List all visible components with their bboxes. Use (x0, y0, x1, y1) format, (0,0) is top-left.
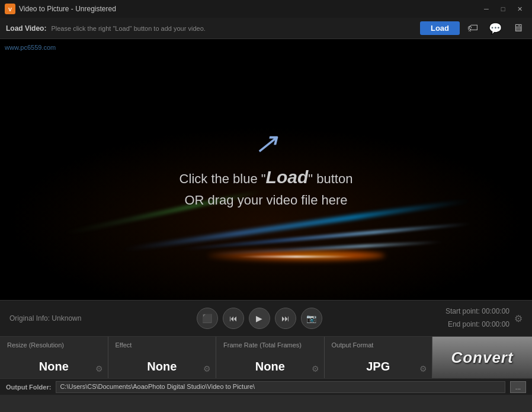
time-info: Start point: 00:00:00 End point: 00:00:0… (343, 305, 509, 331)
playback-controls: ⬛ ⏮ ▶ ⏭ 📷 (176, 308, 342, 329)
tag-icon-button[interactable]: 🏷 (464, 21, 481, 36)
snapshot-button[interactable]: 📷 (301, 308, 322, 329)
bottom-panel: Resize (Resolution) None ⚙ Effect None ⚙… (0, 337, 532, 378)
effect-value: None (116, 360, 209, 373)
chat-icon-button[interactable]: 💬 (486, 21, 505, 36)
outputformat-gear-button[interactable]: ⚙ (419, 364, 427, 373)
output-folder-bar: Output Folder: C:\Users\CS\Documents\Aoa… (0, 378, 532, 395)
original-info: Original Info: Unknown (9, 314, 176, 322)
resize-option: Resize (Resolution) None ⚙ (0, 337, 108, 378)
arrow-icon: ↗ (180, 129, 353, 158)
output-folder-browse-button[interactable]: ... (510, 381, 526, 393)
display-icon-button[interactable]: 🖥 (509, 21, 526, 36)
time-settings-icon[interactable]: ⚙ (514, 313, 523, 324)
effect-gear-button[interactable]: ⚙ (203, 364, 211, 373)
outputformat-option: Output Format JPG ⚙ (325, 337, 433, 378)
framerate-label: Frame Rate (Total Frames) (223, 341, 317, 349)
framerate-gear-button[interactable]: ⚙ (312, 364, 319, 373)
toolbar: Load Video: Please click the right "Load… (0, 18, 532, 39)
watermark: www.pc6559.com (5, 44, 56, 51)
toolbar-hint: Please click the right "Load" button to … (51, 25, 415, 32)
light-streak-white (237, 255, 355, 258)
start-point: Start point: 00:00:00 (343, 305, 509, 318)
next-frame-button[interactable]: ⏭ (275, 308, 296, 329)
hint-text: Click the blue "Load" button OR drag you… (180, 164, 353, 210)
end-point: End point: 00:00:00 (343, 318, 509, 331)
effect-option: Effect None ⚙ (108, 337, 217, 378)
convert-button[interactable]: Convert (432, 337, 532, 378)
resize-gear-button[interactable]: ⚙ (95, 364, 103, 373)
load-button[interactable]: Load (420, 21, 460, 35)
video-area[interactable]: www.pc6559.com ↗ Click the blue "Load" b… (0, 39, 532, 300)
outputformat-value: JPG (332, 360, 425, 373)
minimize-button[interactable]: ─ (479, 3, 494, 15)
app-title: Video to Picture - Unregistered (19, 5, 479, 13)
close-button[interactable]: ✕ (512, 3, 527, 15)
resize-label: Resize (Resolution) (7, 341, 101, 349)
prev-frame-button[interactable]: ⏮ (223, 308, 244, 329)
output-folder-label: Output Folder: (6, 384, 51, 391)
outputformat-label: Output Format (332, 341, 425, 349)
resize-value: None (7, 360, 101, 373)
maximize-button[interactable]: □ (495, 3, 511, 15)
play-button[interactable]: ▶ (249, 308, 270, 329)
controls-area: Original Info: Unknown ⬛ ⏮ ▶ ⏭ 📷 Start p… (0, 300, 532, 337)
app-icon: V (5, 4, 15, 14)
output-folder-path: C:\Users\CS\Documents\AoaoPhoto Digital … (56, 381, 505, 393)
svg-text:V: V (8, 7, 12, 12)
stop-button[interactable]: ⬛ (197, 308, 218, 329)
framerate-option: Frame Rate (Total Frames) None ⚙ (216, 337, 325, 378)
window-controls: ─ □ ✕ (479, 3, 527, 15)
effect-label: Effect (116, 341, 209, 349)
load-label: Load Video: (6, 24, 46, 33)
title-bar: V Video to Picture - Unregistered ─ □ ✕ (0, 0, 532, 18)
framerate-value: None (223, 360, 317, 373)
drop-hint: ↗ Click the blue "Load" button OR drag y… (180, 129, 353, 210)
hint-load-word: Load (266, 167, 309, 187)
